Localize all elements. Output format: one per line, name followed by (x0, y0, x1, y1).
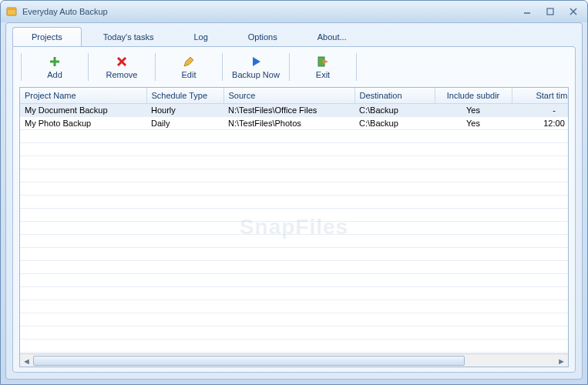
svg-marker-10 (184, 57, 193, 66)
edit-label: Edit (182, 70, 197, 79)
toolbar-separator (88, 53, 89, 81)
table-row-empty (20, 221, 568, 234)
cell-destination: C:\Backup (354, 116, 435, 129)
toolbar: Add Remove Edit Backup Now (13, 47, 575, 87)
toolbar-separator (289, 53, 290, 81)
projects-table: Project Name Schedule Type Source Destin… (20, 88, 568, 353)
table-row-empty (20, 208, 568, 221)
add-label: Add (47, 70, 62, 79)
col-source[interactable]: Source (223, 88, 354, 103)
backup-now-button[interactable]: Backup Now (224, 50, 287, 84)
table-row-empty (20, 286, 568, 300)
add-button[interactable]: Add (23, 50, 86, 84)
svg-rect-1 (7, 8, 16, 10)
table-row-empty (20, 234, 568, 247)
exit-button[interactable]: Exit (291, 50, 354, 84)
tabstrip: Projects Today's tasks Log Options About… (6, 23, 582, 46)
backup-now-label: Backup Now (232, 70, 280, 79)
table-header-row: Project Name Schedule Type Source Destin… (20, 88, 568, 103)
plus-icon (49, 55, 61, 69)
maximize-button[interactable] (541, 5, 559, 18)
table-row-empty (20, 182, 568, 195)
svg-marker-13 (323, 59, 328, 64)
col-include-subdir[interactable]: Include subdir (435, 88, 512, 103)
col-schedule-type[interactable]: Schedule Type (146, 88, 223, 103)
window-title: Everyday Auto Backup (22, 7, 518, 16)
table-row-empty (20, 195, 568, 208)
table-row-empty (20, 313, 568, 326)
table-row-empty (20, 247, 568, 260)
window-controls (518, 5, 583, 18)
toolbar-separator (21, 53, 22, 81)
projects-list: Project Name Schedule Type Source Destin… (19, 87, 569, 367)
tab-log[interactable]: Log (175, 28, 226, 46)
scroll-right-arrow-icon[interactable]: ► (555, 354, 568, 367)
table-row-empty (20, 156, 568, 169)
cell-source: N:\TestFiles\Office Files (223, 103, 354, 116)
play-icon (250, 55, 262, 69)
cell-schedule-type: Daily (146, 116, 223, 129)
scroll-thumb[interactable] (33, 356, 465, 366)
cell-schedule-type: Hourly (146, 103, 223, 116)
x-icon (116, 55, 128, 69)
cell-project-name: My Photo Backup (20, 116, 146, 129)
cell-project-name: My Document Backup (20, 103, 146, 116)
toolbar-separator (155, 53, 156, 81)
cell-start-time: 12:00 (512, 116, 568, 129)
cell-source: N:\TestFiles\Photos (223, 116, 354, 129)
remove-button[interactable]: Remove (90, 50, 153, 84)
svg-rect-3 (547, 8, 553, 15)
scroll-left-arrow-icon[interactable]: ◄ (20, 354, 33, 367)
table-row-empty (20, 142, 568, 156)
app-window: Everyday Auto Backup Projects Today's ta… (0, 0, 588, 385)
cell-start-time: - (512, 103, 568, 116)
table-row[interactable]: My Photo BackupDailyN:\TestFiles\PhotosC… (20, 116, 568, 129)
exit-icon (317, 55, 329, 69)
edit-button[interactable]: Edit (157, 50, 220, 84)
col-destination[interactable]: Destination (354, 88, 435, 103)
col-project-name[interactable]: Project Name (20, 88, 146, 103)
content-area: Projects Today's tasks Log Options About… (5, 22, 583, 380)
table-row-empty (20, 129, 568, 142)
close-button[interactable] (564, 5, 583, 18)
table-row-empty (20, 260, 568, 273)
toolbar-separator (356, 53, 357, 81)
toolbar-separator (222, 53, 223, 81)
exit-label: Exit (316, 70, 330, 79)
table-row-empty (20, 273, 568, 286)
cell-destination: C:\Backup (354, 103, 435, 116)
app-icon (5, 5, 18, 18)
minimize-button[interactable] (518, 5, 536, 18)
table-row-empty (20, 300, 568, 313)
tabpanel-projects: Add Remove Edit Backup Now (12, 46, 576, 373)
cell-include-subdir: Yes (435, 103, 512, 116)
cell-include-subdir: Yes (435, 116, 512, 129)
table-row-empty (20, 169, 568, 182)
table-row-empty (20, 339, 568, 352)
tab-about[interactable]: About... (299, 28, 365, 46)
svg-marker-11 (253, 57, 260, 66)
horizontal-scrollbar[interactable]: ◄ ► (20, 353, 568, 367)
table-row-empty (20, 326, 568, 339)
list-viewport[interactable]: Project Name Schedule Type Source Destin… (20, 88, 568, 353)
tab-options[interactable]: Options (230, 28, 296, 46)
tab-todays-tasks[interactable]: Today's tasks (85, 28, 173, 46)
titlebar: Everyday Auto Backup (1, 1, 587, 22)
remove-label: Remove (106, 70, 138, 79)
tab-projects[interactable]: Projects (12, 27, 82, 46)
col-start-time[interactable]: Start time (512, 88, 568, 103)
pencil-icon (183, 55, 195, 69)
table-row[interactable]: My Document BackupHourlyN:\TestFiles\Off… (20, 103, 568, 116)
table-body: My Document BackupHourlyN:\TestFiles\Off… (20, 103, 568, 353)
